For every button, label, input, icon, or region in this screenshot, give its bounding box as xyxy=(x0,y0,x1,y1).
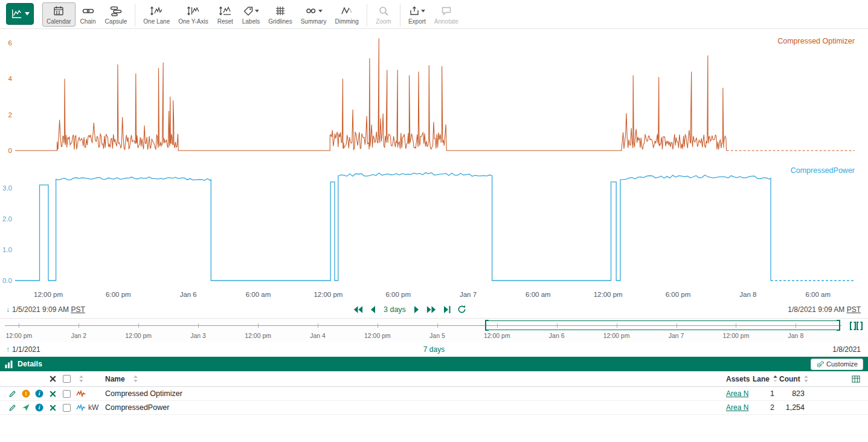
view-selector-button[interactable] xyxy=(6,3,34,25)
timeline-tick xyxy=(198,323,199,328)
toolbar-button-capsule[interactable]: Capsule xyxy=(101,2,132,27)
toolbar-button-annotate[interactable]: Annotate xyxy=(430,2,463,27)
count-column-header[interactable]: Count xyxy=(779,375,814,383)
toolbar-button-gridlines[interactable]: Gridlines xyxy=(264,2,296,27)
chevron-down-icon xyxy=(25,12,30,16)
toolbar-label: Zoom xyxy=(376,18,391,25)
toolbar-button-labels[interactable]: Labels xyxy=(238,2,264,27)
toolbar-button-dimming[interactable]: Dimming xyxy=(330,2,362,27)
warning-icon: ! xyxy=(22,389,30,398)
timeline-track[interactable]: 12:00 pmJan 212:00 pmJan 312:00 pmJan 41… xyxy=(5,320,841,330)
series-name[interactable]: Compressed Optimizer xyxy=(103,389,722,398)
toolbar-label: One Lane xyxy=(143,18,170,25)
range-end-timezone: PST xyxy=(847,305,861,314)
toolbar-button-summary[interactable]: Summary xyxy=(297,2,331,27)
remove-button[interactable] xyxy=(46,391,59,397)
gridlines-icon xyxy=(275,5,286,16)
details-row-compressed-optimizer: ! i Compressed Optimizer Area N 1 823 xyxy=(0,387,868,401)
info-button[interactable]: i xyxy=(33,403,46,412)
timeline-tick xyxy=(796,323,796,328)
chain-icon xyxy=(82,5,94,16)
lane-column-label: Lane xyxy=(753,375,770,383)
row-checkbox[interactable] xyxy=(59,390,74,398)
toolbar-label: Annotate xyxy=(434,18,458,25)
info-button[interactable]: i xyxy=(33,389,46,398)
row-checkbox[interactable] xyxy=(59,404,74,412)
toolbar-label: Calendar xyxy=(47,18,71,25)
svg-text:2: 2 xyxy=(8,111,12,119)
uom-cell: kW xyxy=(88,403,103,412)
remove-icon xyxy=(50,391,56,397)
series-label-compressedpower[interactable]: CompressedPower xyxy=(791,166,855,175)
toolbar-button-one-lane[interactable]: One Lane xyxy=(139,2,174,27)
refresh-button[interactable] xyxy=(457,305,466,314)
step-forward-much-button[interactable] xyxy=(426,305,437,314)
reset-icon xyxy=(219,5,232,16)
asset-link[interactable]: Area N xyxy=(722,389,748,398)
toolbar-label: Chain xyxy=(80,18,96,25)
lane-column-header[interactable]: Lane xyxy=(753,375,779,383)
edit-button[interactable] xyxy=(6,403,19,412)
edit-button[interactable] xyxy=(6,389,19,398)
toolbar-button-export[interactable]: Export xyxy=(404,2,430,27)
range-navigation: 3 days xyxy=(353,305,466,314)
timeline-tick-label: Jan 4 xyxy=(310,332,326,339)
timeline-selection-left-handle[interactable] xyxy=(485,320,489,331)
svg-text:6:00 am: 6:00 am xyxy=(246,291,271,298)
asset-link[interactable]: Area N xyxy=(722,403,748,412)
assets-column-header[interactable]: Assets xyxy=(722,375,753,383)
auto-update-icon[interactable] xyxy=(849,321,863,331)
investigate-range-timeline: 12:00 pmJan 212:00 pmJan 312:00 pmJan 41… xyxy=(0,318,868,342)
customize-button[interactable]: Customize xyxy=(811,359,863,370)
remove-all-column-header[interactable] xyxy=(46,375,59,382)
details-row-compressedpower: i kW CompressedPower Area N 2 1,254 xyxy=(0,401,868,415)
warning-indicator[interactable]: ! xyxy=(19,389,33,398)
toolbar-button-calendar[interactable]: Calendar xyxy=(42,2,76,27)
step-back-much-button[interactable] xyxy=(353,305,363,314)
svg-text:i: i xyxy=(39,404,40,411)
count-column-label: Count xyxy=(779,375,800,383)
annotate-icon xyxy=(441,5,452,16)
timeline-tick-label: 12:00 pm xyxy=(603,332,630,339)
info-icon: i xyxy=(35,389,43,398)
toolbar-label: Labels xyxy=(242,18,260,25)
timeline-selection-right-handle[interactable] xyxy=(837,320,840,331)
timeline-tick-label: Jan 6 xyxy=(549,332,565,339)
toolbar-button-zoom[interactable]: Zoom xyxy=(371,2,396,27)
timeline-tick-label: 12:00 pm xyxy=(6,332,33,339)
step-back-button[interactable] xyxy=(370,305,376,314)
toolbar-button-reset[interactable]: Reset xyxy=(213,2,238,27)
details-table: Name Assets Lane Count xyxy=(0,371,868,415)
details-table-header-row: Name Assets Lane Count xyxy=(0,371,868,387)
svg-text:6:00 pm: 6:00 pm xyxy=(666,291,691,298)
range-end-label[interactable]: 1/8/2021 9:09 AM PST xyxy=(788,305,861,314)
investigate-end-label[interactable]: 1/8/2021 xyxy=(832,345,861,354)
svg-text:i: i xyxy=(39,390,40,397)
toolbar-button-one-y-axis[interactable]: One Y-Axis xyxy=(174,2,212,27)
toolbar-button-chain[interactable]: Chain xyxy=(76,2,101,27)
series-label-compressed-optimizer[interactable]: Compressed Optimizer xyxy=(777,37,855,45)
labels-icon xyxy=(243,5,254,16)
svg-text:6: 6 xyxy=(8,39,12,47)
datasource-indicator[interactable] xyxy=(19,403,33,412)
assets-column-label: Assets xyxy=(726,375,750,383)
timeline-selection[interactable] xyxy=(486,320,840,330)
step-forward-button[interactable] xyxy=(414,305,420,314)
trend-chart-area[interactable]: 02460.01.02.03.012:00 pm6:00 pmJan 66:00… xyxy=(0,29,868,302)
count-cell: 823 xyxy=(779,389,814,398)
name-column-header[interactable]: Name xyxy=(103,375,722,383)
icon-column-sorter[interactable] xyxy=(74,375,88,383)
select-all-checkbox[interactable] xyxy=(59,375,74,383)
series-name[interactable]: CompressedPower xyxy=(103,403,722,412)
bar-chart-icon xyxy=(5,360,13,368)
one-y-axis-icon xyxy=(187,5,200,16)
svg-text:6:00 am: 6:00 am xyxy=(526,291,551,298)
range-start-label[interactable]: ↓1/5/2021 9:09 AM PST xyxy=(6,305,85,314)
step-to-end-button[interactable] xyxy=(443,305,451,314)
capsule-icon xyxy=(110,5,122,16)
zoom-icon xyxy=(378,5,389,16)
investigate-duration[interactable]: 7 days xyxy=(0,345,868,354)
range-duration[interactable]: 3 days xyxy=(382,305,407,314)
remove-button[interactable] xyxy=(46,405,59,411)
column-options-button[interactable] xyxy=(849,375,863,383)
